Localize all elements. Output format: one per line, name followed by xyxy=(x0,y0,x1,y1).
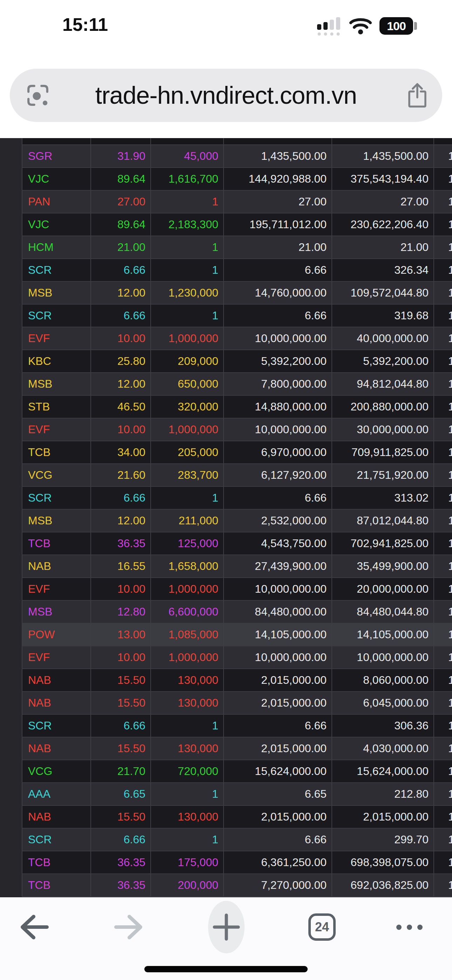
value-cell: 84,480,000.00 xyxy=(223,601,331,623)
volume-cell: 1,658,000 xyxy=(150,555,223,577)
table-row[interactable]: SCR 6.66 1 6.66 313.02 1 xyxy=(22,487,452,510)
total-value-cell: 21.00 xyxy=(331,236,433,258)
value-cell: 27,439,900.00 xyxy=(223,555,331,577)
extra-cell: 1 xyxy=(433,829,452,851)
price-cell: 6.66 xyxy=(91,305,150,327)
table-row[interactable]: AAA 6.65 1 6.65 212.80 1 xyxy=(22,783,452,806)
table-row[interactable]: SCR 6.66 1 6.66 299.70 1 xyxy=(22,829,452,851)
symbol-cell: VCG xyxy=(22,760,91,782)
table-row[interactable]: SCR 6.66 1 6.66 306.36 1 xyxy=(22,715,452,737)
share-icon[interactable] xyxy=(407,82,428,109)
trade-table: SGR 31.90 45,000 1,435,500.00 1,435,500.… xyxy=(0,138,452,897)
symbol-cell: EVF xyxy=(22,418,91,441)
volume-cell: 125,000 xyxy=(150,532,223,555)
volume-cell: 200,000 xyxy=(150,874,223,896)
value-cell: 10,000,000.00 xyxy=(223,328,331,350)
volume-cell: 1 xyxy=(150,829,223,851)
volume-cell: 130,000 xyxy=(150,669,223,691)
back-button[interactable] xyxy=(6,897,62,957)
value-cell: 10,000,000.00 xyxy=(223,418,331,441)
table-row[interactable]: VJC 89.64 1,616,700 144,920,988.00 375,5… xyxy=(22,168,452,191)
value-cell: 14,760,000.00 xyxy=(223,282,331,304)
tab-switcher-button[interactable]: 24 xyxy=(294,897,350,957)
symbol-cell: VCG xyxy=(22,464,91,486)
symbol-cell: TCB xyxy=(22,532,91,555)
forward-button[interactable] xyxy=(100,897,157,957)
table-row[interactable]: NAB 16.55 1,658,000 27,439,900.00 35,499… xyxy=(22,555,452,578)
extra-cell: 1 xyxy=(433,487,452,509)
value-cell: 27.00 xyxy=(223,191,331,213)
volume-cell: 211,000 xyxy=(150,510,223,532)
symbol-cell: NAB xyxy=(22,555,91,577)
table-row[interactable]: SCR 6.66 1 6.66 326.34 1 xyxy=(22,259,452,282)
total-value-cell: 698,398,075.00 xyxy=(331,851,433,873)
symbol-cell: AAA xyxy=(22,783,91,805)
symbol-cell: SCR xyxy=(22,829,91,851)
table-row[interactable]: NAB 15.50 130,000 2,015,000.00 4,030,000… xyxy=(22,737,452,760)
extra-cell: 1 xyxy=(433,692,452,714)
price-cell: 89.64 xyxy=(91,213,150,235)
table-row[interactable]: SCR 6.66 1 6.66 319.68 1 xyxy=(22,305,452,328)
volume-cell: 1 xyxy=(150,783,223,805)
new-tab-button[interactable] xyxy=(198,897,255,957)
symbol-cell: MSB xyxy=(22,601,91,623)
extra-cell: 1 xyxy=(433,350,452,372)
symbol-cell: EVF xyxy=(22,578,91,600)
value-cell: 2,015,000.00 xyxy=(223,669,331,691)
table-row[interactable]: VCG 21.70 720,000 15,624,000.00 15,624,0… xyxy=(22,760,452,783)
price-cell: 31.90 xyxy=(91,145,150,167)
table-row[interactable]: VJC 89.64 2,183,300 195,711,012.00 230,6… xyxy=(22,213,452,236)
table-row[interactable]: VCG 21.60 283,700 6,127,920.00 21,751,92… xyxy=(22,464,452,487)
value-cell: 1,435,500.00 xyxy=(223,145,331,167)
menu-button[interactable] xyxy=(381,897,437,957)
table-row[interactable]: NAB 15.50 130,000 2,015,000.00 6,045,000… xyxy=(22,692,452,715)
symbol-cell: STB xyxy=(22,396,91,418)
table-row[interactable]: HCM 21.00 1 21.00 21.00 1 xyxy=(22,236,452,259)
partial-row xyxy=(22,138,452,145)
price-cell: 21.00 xyxy=(91,236,150,258)
table-row[interactable]: NAB 15.50 130,000 2,015,000.00 8,060,000… xyxy=(22,669,452,692)
extra-cell: 1 xyxy=(433,282,452,304)
table-row[interactable]: EVF 10.00 1,000,000 10,000,000.00 20,000… xyxy=(22,578,452,601)
home-indicator[interactable] xyxy=(144,966,308,972)
table-row[interactable]: POW 13.00 1,085,000 14,105,000.00 14,105… xyxy=(22,624,452,646)
volume-cell: 1,230,000 xyxy=(150,282,223,304)
value-cell: 7,800,000.00 xyxy=(223,373,331,395)
value-cell: 2,532,000.00 xyxy=(223,510,331,532)
table-row[interactable]: STB 46.50 320,000 14,880,000.00 200,880,… xyxy=(22,396,452,418)
price-cell: 16.55 xyxy=(91,555,150,577)
table-row[interactable]: MSB 12.00 1,230,000 14,760,000.00 109,57… xyxy=(22,282,452,305)
total-value-cell: 692,036,825.00 xyxy=(331,874,433,896)
table-row[interactable]: MSB 12.80 6,600,000 84,480,000.00 84,480… xyxy=(22,601,452,624)
extra-cell: 1 xyxy=(433,418,452,441)
extra-cell: 1 xyxy=(433,145,452,167)
google-lens-icon[interactable] xyxy=(27,84,49,107)
table-row[interactable]: KBC 25.80 209,000 5,392,200.00 5,392,200… xyxy=(22,350,452,373)
extra-cell: 1 xyxy=(433,464,452,486)
table-row[interactable]: SGR 31.90 45,000 1,435,500.00 1,435,500.… xyxy=(22,145,452,168)
extra-cell: 1 xyxy=(433,874,452,896)
table-row[interactable]: MSB 12.00 650,000 7,800,000.00 94,812,04… xyxy=(22,373,452,396)
table-row[interactable]: MSB 12.00 211,000 2,532,000.00 87,012,04… xyxy=(22,510,452,532)
url-bar[interactable]: trade-hn.vndirect.com.vn xyxy=(10,69,442,122)
symbol-cell: NAB xyxy=(22,737,91,759)
volume-cell: 130,000 xyxy=(150,692,223,714)
url-text[interactable]: trade-hn.vndirect.com.vn xyxy=(10,81,442,109)
price-cell: 6.65 xyxy=(91,783,150,805)
total-value-cell: 4,030,000.00 xyxy=(331,737,433,759)
price-cell: 21.60 xyxy=(91,464,150,486)
symbol-cell: SCR xyxy=(22,259,91,281)
value-cell: 15,624,000.00 xyxy=(223,760,331,782)
value-cell: 6.66 xyxy=(223,305,331,327)
table-row[interactable]: EVF 10.00 1,000,000 10,000,000.00 30,000… xyxy=(22,418,452,441)
clock: 15:11 xyxy=(62,14,108,35)
price-cell: 12.00 xyxy=(91,373,150,395)
table-row[interactable]: EVF 10.00 1,000,000 10,000,000.00 10,000… xyxy=(22,646,452,669)
table-row[interactable]: PAN 27.00 1 27.00 27.00 1 xyxy=(22,191,452,213)
table-row[interactable]: NAB 15.50 130,000 2,015,000.00 2,015,000… xyxy=(22,806,452,829)
table-row[interactable]: TCB 36.35 200,000 7,270,000.00 692,036,8… xyxy=(22,874,452,897)
table-row[interactable]: TCB 36.35 175,000 6,361,250.00 698,398,0… xyxy=(22,851,452,874)
table-row[interactable]: TCB 36.35 125,000 4,543,750.00 702,941,8… xyxy=(22,532,452,555)
table-row[interactable]: EVF 10.00 1,000,000 10,000,000.00 40,000… xyxy=(22,328,452,350)
table-row[interactable]: TCB 34.00 205,000 6,970,000.00 709,911,8… xyxy=(22,441,452,464)
